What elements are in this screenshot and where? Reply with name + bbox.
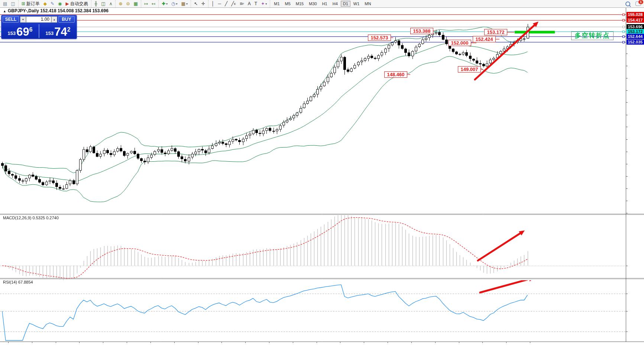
notification-badge: 1 [638,0,643,4]
timeframe-m1[interactable]: M1 [272,1,282,7]
chart-title: ▲GBPJPY-,Daily 152.418 154.008 152.384 1… [3,8,109,13]
text-label-icon: T [255,1,257,7]
bull-bear-turning-point-note[interactable]: 多空转折点 [571,31,614,40]
volume-input[interactable] [26,16,51,23]
dropdown-caret-icon[interactable]: ▾ [166,2,168,6]
price-annotation[interactable]: 148.460 [384,71,407,78]
zoom-out-icon: ⊖ [126,1,130,7]
notifications-icon[interactable]: 1 [635,1,641,6]
metaeditor-icon: ✎ [51,1,54,7]
dropdown-caret-icon[interactable]: ▾ [176,2,178,6]
trendline-icon[interactable]: ╱ [223,0,229,7]
tile-windows-icon[interactable]: ▦ [132,0,139,7]
horizontal-line-icon: ─ [218,1,221,7]
line-chart-icon[interactable]: ∧ [108,0,114,7]
new-order-button: ⊞ [22,1,25,7]
arrows-icon[interactable]: ✦▾ [259,0,268,7]
metaeditor-icon[interactable]: ✎ [49,0,56,7]
sell-button[interactable]: SELL [3,16,19,23]
toolbar-group: ↦↤ [141,0,158,7]
text-icon[interactable]: A [246,0,252,7]
chart-shift-icon: ↤ [152,1,155,7]
equidistant-channel-icon[interactable]: ╱E [230,0,237,7]
text-label-icon[interactable]: T [253,0,259,7]
price-annotation[interactable]: 153.388 [410,28,433,34]
buy-price-main: 74 [54,26,67,38]
rsi-label: RSI(14) 67.8854 [3,280,33,284]
cursor-icon: ↖ [194,1,198,7]
autotrading-button-label: 自动交易 [70,1,88,7]
templates-icon[interactable]: ▦▾ [180,0,189,7]
fibonacci-icon: ≡ [240,1,242,7]
search-icon[interactable] [625,1,630,6]
trendline-icon: ╱ [225,1,227,7]
toolbar-group: ⊕⊖▦ [115,0,140,7]
sell-price[interactable]: 153 69 6 [1,23,39,39]
indicators-icon[interactable]: ✚▾ [160,0,169,7]
volume-increase-button[interactable]: ▲ [51,16,57,23]
depth-of-market-icon: ◆ [43,1,47,7]
periods-icon: ◷ [171,1,175,7]
current-price-tag: 153.696 [627,24,644,29]
chart-shift-icon[interactable]: ↤ [150,0,157,7]
level-price-tag: 152.035 [627,39,644,45]
zoom-in-icon: ⊕ [119,1,122,7]
zoom-in-icon[interactable]: ⊕ [117,0,124,7]
toolbar-group: ╫◫∧ [91,0,116,7]
arrows-icon: ✦ [261,1,265,7]
templates-icon: ▦ [181,1,185,7]
crosshair-icon[interactable]: ✛ [200,0,207,7]
timeframe-h1[interactable]: H1 [320,1,330,7]
tile-windows-icon: ▦ [134,1,138,7]
price-annotation[interactable]: 153.172 [484,29,507,35]
timeframe-m15[interactable]: M15 [294,1,306,7]
vertical-line-icon[interactable]: │ [210,0,216,7]
zoom-out-icon[interactable]: ⊖ [124,0,131,7]
new-chart-icon[interactable]: ▤ [1,0,9,7]
candles-chart-icon: ◫ [101,1,105,7]
timeframe-group: M1M5M15M30H1H4D1W1MN [270,0,375,7]
fibonacci-icon[interactable]: ≡F [238,0,246,7]
toolbar-group: │─╱╱E≡FAT✦▾ [208,0,270,7]
buy-price-base: 153 [45,30,54,36]
trade-panel-prices: 153 69 6 153 74 2 [1,23,77,39]
equidistant-channel-icon: ╱ [231,1,234,7]
price-annotation[interactable]: 152.424 [473,36,496,42]
auto-scroll-icon[interactable]: ↦ [143,0,149,7]
buy-price[interactable]: 153 74 2 [39,23,77,39]
indicators-icon: ✚ [162,1,165,7]
broadcast-icon[interactable]: ◉ [56,0,63,7]
periods-icon[interactable]: ◷▾ [170,0,179,7]
fibonacci-icon-sub: F [242,2,244,6]
volume-decrease-button[interactable]: ▼ [20,16,26,23]
price-annotation[interactable]: 152.573 [368,35,391,41]
candles-chart-icon[interactable]: ◫ [100,0,107,7]
buy-button[interactable]: BUY [58,16,75,23]
chart-canvas[interactable] [0,7,644,349]
caret-up-icon: ▲ [53,18,56,21]
price-annotation[interactable]: 149.007 [458,66,481,72]
new-order-button[interactable]: ⊞新订单 [20,0,41,7]
dropdown-caret-icon[interactable]: ▾ [186,2,188,6]
toolbar-group: ✚▾◷▾▦▾ [158,0,191,7]
dropdown-caret-icon[interactable]: ▾ [265,2,267,6]
timeframe-m5[interactable]: M5 [283,1,293,7]
timeframe-d1[interactable]: D1 [341,1,350,7]
horizontal-line-icon[interactable]: ─ [217,0,223,7]
autotrading-button[interactable]: ▶自动交易 [64,0,90,7]
broadcast-icon: ◉ [58,1,62,7]
timeframe-m30[interactable]: M30 [307,1,319,7]
timeframe-mn[interactable]: MN [362,1,373,7]
level-price-tag: 155.028 [627,12,644,17]
one-click-trading-panel: SELL ▼ ▲ BUY 153 69 6 153 74 2 [1,15,77,39]
profiles-icon[interactable]: ◫ [9,0,16,7]
text-icon: A [248,1,251,7]
new-order-button-label: 新订单 [26,1,40,7]
cursor-icon[interactable]: ↖ [192,0,199,7]
depth-of-market-icon[interactable]: ◆ [42,0,48,7]
timeframe-w1[interactable]: W1 [351,1,362,7]
bars-chart-icon[interactable]: ╫ [93,0,99,7]
timeframe-h4[interactable]: H4 [330,1,340,7]
price-annotation[interactable]: 152.000 [448,40,471,46]
top-toolbar: ▤◫⊞新订单◆✎◉▶自动交易╫◫∧⊕⊖▦↦↤✚▾◷▾▦▾↖✛│─╱╱E≡FAT✦… [0,0,644,8]
